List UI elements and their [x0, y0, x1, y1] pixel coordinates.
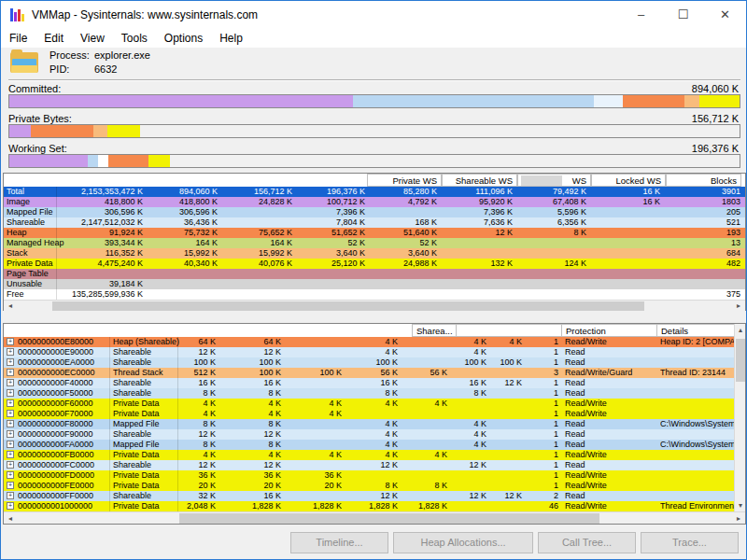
detail-row-0000000000FF0000[interactable]: +0000000000FF0000Shareable32 K16 K12 K12… — [4, 491, 745, 501]
trace-button[interactable]: Trace... — [641, 532, 739, 553]
detail-cell: 8 K — [323, 388, 398, 399]
summary-col-header-privatews[interactable]: Private WS — [367, 174, 442, 187]
bar-value-2: 196,376 K — [692, 143, 739, 154]
expand-icon[interactable]: + — [7, 451, 14, 458]
detail-protection: Read — [565, 347, 656, 357]
column-line — [109, 399, 110, 409]
column-line — [109, 429, 110, 440]
summary-row-image[interactable]: Image418,800 K418,800 K24,828 K100,712 K… — [4, 197, 745, 207]
expand-icon[interactable]: + — [7, 389, 14, 397]
detail-protection: Read/Write — [565, 470, 656, 481]
column-line — [109, 368, 110, 378]
summary-row-shareable[interactable]: Shareable2,147,512,032 K36,436 K7,804 K1… — [4, 217, 745, 228]
minimize-button[interactable]: – — [620, 1, 662, 29]
scroll-thumb[interactable] — [179, 513, 599, 524]
detail-hscrollbar[interactable]: ◂▸ — [4, 511, 745, 524]
detail-vscrollbar[interactable]: ▴▾ — [734, 324, 745, 511]
scroll-right-arrow[interactable]: ▸ — [732, 301, 745, 310]
detail-cell: 32 K — [141, 491, 216, 501]
detail-col-header-protection[interactable]: Protection — [561, 324, 657, 337]
summary-row-mappedfile[interactable]: Mapped File306,596 K306,596 K7,396 K7,39… — [4, 207, 745, 217]
detail-row-0000000000F40000[interactable]: +0000000000F40000Shareable16 K16 K16 K16… — [4, 378, 745, 388]
detail-row-0000000001000000[interactable]: +0000000001000000Private Data2,048 K1,82… — [4, 501, 745, 511]
detail-row-0000000000FA0000[interactable]: +0000000000FA0000Mapped File8 K8 K4 K4 K… — [4, 440, 745, 450]
timeline-button[interactable]: Timeline... — [290, 532, 388, 553]
detail-row-0000000000F70000[interactable]: +0000000000F70000Private Data4 K4 K4 K1R… — [4, 409, 745, 419]
expand-icon[interactable]: + — [7, 461, 14, 469]
summary-cell: 482 — [638, 259, 740, 269]
expand-icon[interactable]: + — [7, 430, 14, 438]
summary-row-heap[interactable]: Heap91,924 K75,732 K75,652 K51,652 K51,6… — [4, 228, 745, 238]
expand-icon[interactable]: + — [7, 420, 14, 427]
expand-icon[interactable]: + — [7, 369, 14, 376]
scroll-right-arrow[interactable]: ▸ — [732, 514, 745, 523]
detail-protection: Read — [565, 419, 656, 429]
detail-cell: 12 K — [323, 460, 398, 470]
expand-icon[interactable]: + — [7, 471, 14, 479]
expand-icon[interactable]: + — [7, 338, 14, 345]
summary-hscrollbar[interactable]: ◂▸ — [4, 300, 745, 311]
detail-row-0000000000FC0000[interactable]: +0000000000FC0000Shareable12 K12 K12 K12… — [4, 460, 745, 470]
call-tree-button[interactable]: Call Tree... — [538, 532, 636, 553]
summary-col-header-lockedws[interactable]: Locked WS — [591, 174, 666, 187]
detail-cell: 16 K — [141, 378, 216, 388]
summary-row-total[interactable]: Total2,153,353,472 K894,060 K156,712 K19… — [4, 187, 745, 197]
detail-row-0000000000FB0000[interactable]: +0000000000FB0000Private Data4 K4 K4 K4 … — [4, 450, 745, 460]
detail-row-0000000000FE0000[interactable]: +0000000000FE0000Private Data20 K20 K20 … — [4, 481, 745, 491]
expand-icon[interactable]: + — [7, 348, 14, 356]
summary-row-unusable[interactable]: Unusable39,184 K — [4, 279, 745, 289]
summary-col-header-blocks[interactable]: Blocks — [666, 174, 741, 187]
expand-icon[interactable]: + — [7, 379, 14, 386]
expand-icon[interactable]: + — [7, 492, 14, 499]
menu-file[interactable]: File — [1, 29, 35, 45]
expand-icon[interactable]: + — [7, 441, 14, 448]
summary-row-stack[interactable]: Stack116,352 K15,992 K15,992 K3,640 K3,6… — [4, 248, 745, 259]
detail-address: 0000000000FE0000 — [18, 481, 108, 491]
expand-icon[interactable]: + — [7, 358, 14, 366]
column-line — [109, 470, 110, 481]
expand-icon[interactable]: + — [7, 410, 14, 417]
detail-row-0000000000EA0000[interactable]: +0000000000EA0000Shareable100 K100 K100 … — [4, 357, 745, 368]
detail-col-header-shareable-ws[interactable]: Sharea... — [412, 324, 457, 337]
menu-edit[interactable]: Edit — [35, 29, 72, 45]
detail-row-0000000000F50000[interactable]: +0000000000F50000Shareable8 K8 K8 K8 K1R… — [4, 388, 745, 399]
detail-row-0000000000E80000[interactable]: +0000000000E80000Heap (Shareable)64 K64 … — [4, 337, 745, 347]
menu-options[interactable]: Options — [156, 29, 211, 45]
detail-col-header-spacer[interactable] — [456, 324, 562, 337]
summary-row-pagetable[interactable]: Page Table — [4, 269, 745, 279]
expand-icon[interactable]: + — [7, 482, 14, 489]
detail-row-0000000000FD0000[interactable]: +0000000000FD0000Private Data36 K36 K36 … — [4, 470, 745, 481]
scroll-up-arrow[interactable]: ▴ — [735, 326, 746, 334]
summary-col-header-shareablews[interactable]: Shareable WS — [442, 174, 517, 187]
summary-row-free[interactable]: Free135,285,599,936 K375 — [4, 289, 745, 300]
menu-view[interactable]: View — [72, 29, 113, 45]
scroll-down-arrow[interactable]: ▾ — [735, 501, 746, 510]
expand-icon[interactable]: + — [7, 399, 14, 407]
detail-row-0000000000F80000[interactable]: +0000000000F80000Mapped File8 K8 K4 K4 K… — [4, 419, 745, 429]
summary-row-managedheap[interactable]: Managed Heap393,344 K164 K164 K52 K52 K1… — [4, 238, 745, 248]
heap-allocations-button[interactable]: Heap Allocations... — [393, 532, 533, 553]
detail-col-header-details[interactable]: Details — [656, 324, 735, 337]
detail-cell: 1 — [484, 419, 558, 429]
menu-tools[interactable]: Tools — [113, 29, 156, 45]
expand-icon[interactable]: + — [7, 502, 14, 510]
scroll-left-arrow[interactable]: ◂ — [4, 514, 17, 523]
detail-row-0000000000F60000[interactable]: +0000000000F60000Private Data4 K4 K4 K4 … — [4, 399, 745, 409]
close-button[interactable]: ✕ — [704, 1, 746, 29]
summary-col-header-ws[interactable]: WS — [517, 174, 591, 187]
process-folder-icon — [10, 50, 38, 75]
bar-segment-stack — [93, 125, 107, 137]
summary-cell: 8 K — [484, 228, 586, 238]
maximize-button[interactable]: ☐ — [662, 1, 704, 29]
scroll-thumb[interactable] — [52, 301, 644, 311]
detail-row-0000000000E90000[interactable]: +0000000000E90000Shareable12 K12 K4 K4 K… — [4, 347, 745, 357]
detail-cell: 56 K — [373, 368, 447, 378]
scroll-thumb[interactable] — [736, 339, 745, 382]
detail-row-0000000000F90000[interactable]: +0000000000F90000Shareable12 K12 K4 K4 K… — [4, 429, 745, 440]
column-line — [109, 409, 110, 419]
bar-segment-image — [9, 155, 88, 167]
summary-row-privatedata[interactable]: Private Data4,475,240 K40,340 K40,076 K2… — [4, 259, 745, 269]
scroll-left-arrow[interactable]: ◂ — [4, 301, 17, 310]
menu-help[interactable]: Help — [211, 29, 251, 45]
detail-row-0000000000EC0000[interactable]: +0000000000EC0000Thread Stack512 K100 K1… — [4, 368, 745, 378]
